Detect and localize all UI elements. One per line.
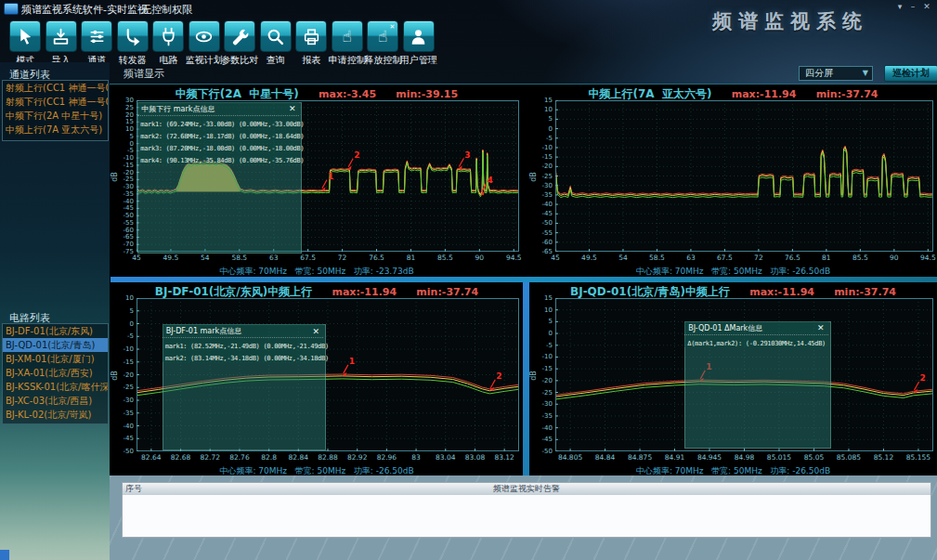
cursor-icon	[16, 27, 35, 46]
x-badge-icon: ✕	[389, 23, 395, 31]
circuit-list-item[interactable]: BJ-XA-01(北京/西安)	[3, 366, 108, 380]
svg-text:1: 1	[328, 172, 333, 181]
popup-header: BJ-DF-01 mark点信息 ✕	[163, 324, 323, 338]
circuit-list-item[interactable]: BJ-KL-02(北京/岢岚)	[3, 408, 108, 422]
close-button[interactable]: ✕	[921, 1, 932, 12]
y-axis-labels: 1050-5-10-15-20-25-30-35-40-45-50	[111, 298, 135, 451]
plot-area: 1234 302520151050-5-10-15-20-25-30-35-40…	[137, 100, 519, 252]
screen-layout-select[interactable]: 四分屏 ▼	[799, 66, 873, 81]
svg-text:2: 2	[354, 150, 359, 160]
spectrum-plot[interactable]	[555, 100, 933, 252]
subbar: 频谱显示 四分屏 ▼ 巡检计划	[110, 62, 937, 85]
chart-max-value: max:-11.94	[732, 88, 797, 100]
delta-mark-popup: BJ-QD-01 ΔMark信息 ✕ Δ(mark1,mark2): (-0.2…	[684, 321, 827, 347]
header-background: 频谱监视系统软件-实时监视 无控制权限 ▾ – ✕ 频谱监视系统 模式 导入 通…	[0, 0, 937, 85]
toolbar-item-param-compare: 参数比对	[222, 20, 258, 67]
mark-row: mark1: (69.24MHz,-33.00dB) (0.00MHz,-33.…	[137, 121, 299, 128]
chart-status-line: 中心频率: 70MHz 带宽: 50MHz 功率: -26.50dB	[529, 465, 937, 475]
chart-if-downlink-2a: 中频下行(2A 中星十号) max:-3.45 min:-39.15 dB 12…	[111, 85, 523, 276]
eye-icon	[194, 27, 214, 46]
mark-row: mark4: (90.13MHz,-35.84dB) (0.00MHz,-35.…	[137, 157, 299, 164]
spectrum-monitor-app: 频谱监视系统软件-实时监视 无控制权限 ▾ – ✕ 频谱监视系统 模式 导入 通…	[0, 0, 937, 560]
circuit-list-item[interactable]: BJ-QD-01(北京/青岛)	[3, 338, 108, 352]
svg-text:2: 2	[496, 371, 501, 381]
channel-list-item[interactable]: 射频下行(CC1 神通一号02星)	[3, 95, 108, 109]
popup-title: BJ-DF-01 mark点信息	[166, 326, 241, 336]
corner-indicator	[0, 550, 9, 560]
toolbar-item-user-management: 用户管理	[401, 20, 437, 67]
user-management-button[interactable]	[403, 20, 435, 52]
plot-area: 151050-5-10-15-20-25-30-35-40-45-50-55-6…	[555, 100, 933, 252]
plot-area: 12 1050-5-10-15-20-25-30-35-40-45-50 82.…	[137, 298, 519, 451]
app-watermark-title: 频谱监视系统	[712, 8, 868, 34]
user-icon	[409, 27, 428, 46]
patrol-plan-button[interactable]: 巡检计划	[884, 65, 937, 82]
query-button[interactable]	[260, 20, 292, 52]
release-control-button[interactable]: ☝✕	[367, 20, 398, 52]
sliders-icon	[87, 27, 107, 46]
channel-list-item[interactable]: 中频下行(2A 中星十号)	[3, 109, 108, 123]
svg-text:1: 1	[349, 357, 355, 366]
close-icon[interactable]: ✕	[817, 323, 825, 332]
circuit-list-item[interactable]: BJ-DF-01(北京/东风)	[3, 324, 108, 338]
sidebar: 通道列表 射频上行(CC1 神通一号02星)射频下行(CC1 神通一号02星)中…	[0, 62, 110, 560]
chart-title-text: 中频上行(7A 亚太六号)	[589, 87, 712, 100]
chevron-down-icon: ▼	[863, 67, 868, 80]
channel-list-item[interactable]: 中频上行(7A 亚太六号)	[3, 123, 108, 137]
plot-area: 12 151050-5-10-15-20-25-30-35-40-45-50 8…	[555, 298, 933, 451]
toolbar-item-circuit: 电路	[150, 20, 187, 67]
circuit-list-item[interactable]: BJ-XM-01(北京/厦门)	[3, 352, 108, 366]
report-button[interactable]	[295, 20, 327, 52]
toolbar-item-channels: 通道	[79, 20, 115, 67]
toolbar-item-request-control: ☝ 申请控制	[330, 20, 366, 67]
chart-status-line: 中心频率: 70MHz 带宽: 50MHz 功率: -23.73dB	[111, 266, 523, 276]
channel-list-item[interactable]: 射频上行(CC1 神通一号02星)	[3, 81, 108, 95]
circuit-list-item[interactable]: BJ-XC-03(北京/西昌)	[3, 394, 108, 408]
y-axis-labels: 151050-5-10-15-20-25-30-35-40-45-50-55-6…	[530, 100, 553, 252]
permission-label: 无控制权限	[141, 3, 192, 17]
monitor-plan-button[interactable]	[189, 20, 220, 52]
transponder-button[interactable]	[117, 20, 149, 52]
channel-list: 射频上行(CC1 神通一号02星)射频下行(CC1 神通一号02星)中频下行(2…	[2, 80, 109, 141]
chart-max-value: max:-3.45	[319, 88, 376, 100]
circuit-list-item[interactable]: BJ-KSSK-01(北京/喀什深空站)	[3, 380, 108, 394]
chart-min-value: min:-37.74	[416, 286, 478, 298]
svg-text:4: 4	[487, 176, 492, 185]
chart-bj-qd-01: BJ-QD-01(北京/青岛)中频上行 max:-11.94 min:-37.7…	[529, 283, 937, 475]
mark-row: mark2: (72.68MHz,-18.17dB) (0.00MHz,-18.…	[137, 133, 299, 140]
chart-title-text: BJ-DF-01(北京/东风)中频上行	[155, 285, 312, 298]
minimize-button[interactable]: –	[907, 1, 918, 12]
alarm-table-body	[122, 495, 931, 538]
param-compare-button[interactable]	[224, 20, 255, 52]
plug-icon	[159, 27, 178, 46]
close-icon[interactable]: ✕	[312, 327, 319, 336]
close-icon[interactable]: ✕	[289, 104, 296, 113]
mark-row: mark1: (82.52MHz,-21.49dB) (0.00MHz,-21.…	[163, 343, 323, 350]
circuit-button[interactable]	[152, 20, 184, 52]
import-icon	[51, 27, 71, 46]
mark-row: mark3: (87.20MHz,-18.00dB) (0.00MHz,-18.…	[137, 145, 299, 152]
chart-status-line: 中心频率: 70MHz 带宽: 50MHz 功率: -26.50dB	[111, 465, 523, 475]
channels-button[interactable]	[81, 20, 112, 52]
y-axis-labels: 151050-5-10-15-20-25-30-35-40-45-50	[530, 298, 553, 451]
popup-header: 中频下行 mark点信息 ✕	[137, 102, 299, 116]
alarm-table-header: 序号 频谱监视实时告警	[122, 482, 931, 496]
mark-row: mark2: (83.14MHz,-34.18dB) (0.00MHz,-34.…	[163, 355, 323, 362]
app-icon	[4, 3, 19, 15]
popup-header: BJ-QD-01 ΔMark信息 ✕	[684, 321, 827, 335]
import-button[interactable]	[46, 20, 77, 52]
request-control-button[interactable]: ☝	[332, 20, 363, 52]
toolbar-item-monitor-plan: 监视计划	[187, 20, 223, 67]
section-label: 频谱显示	[124, 67, 164, 81]
x-axis-labels: 84.80584.8484.87584.9184.94584.9885.0158…	[555, 451, 933, 462]
mark-info-popup: BJ-DF-01 mark点信息 ✕ mark1: (82.52MHz,-21.…	[163, 324, 323, 362]
chart-status-line: 中心频率: 70MHz 带宽: 50MHz 功率: -26.50dB	[529, 266, 937, 276]
delta-mark-row: Δ(mark1,mark2): (-0.291030MHz,14.45dB)	[684, 340, 827, 347]
svg-text:3: 3	[464, 150, 470, 160]
chart-min-value: min:-37.74	[816, 88, 878, 100]
mode-button[interactable]	[9, 20, 41, 52]
chart-if-uplink-7a: 中频上行(7A 亚太六号) max:-11.94 min:-37.74 dB 1…	[529, 85, 937, 276]
hand-point-x-icon: ☝	[378, 29, 387, 45]
toolbar-item-query: 查询	[258, 20, 294, 67]
pin-button[interactable]: ▾	[894, 1, 905, 12]
